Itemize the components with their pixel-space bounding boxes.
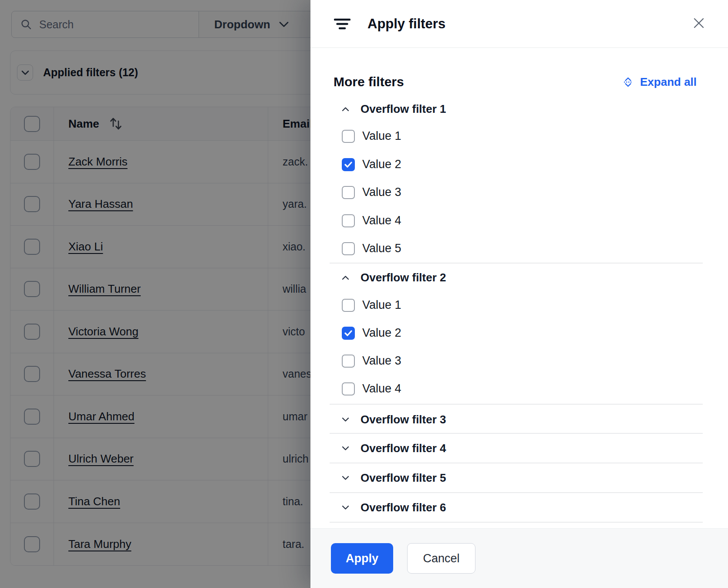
divider <box>330 522 703 523</box>
filter-value-row[interactable]: Value 3 <box>342 183 728 201</box>
panel-header: Apply filters <box>310 0 728 48</box>
checkbox-label: Value 1 <box>362 298 401 312</box>
checkbox[interactable] <box>342 158 355 171</box>
filter-group-header[interactable]: Overflow filter 3 <box>342 410 728 429</box>
chevron-down-icon <box>342 476 349 480</box>
checkbox-label: Value 5 <box>362 242 401 255</box>
checkbox-label: Value 4 <box>362 214 401 227</box>
close-button[interactable] <box>692 16 706 30</box>
expand-all-button[interactable]: Expand all <box>623 75 697 89</box>
chevron-down-icon <box>342 417 349 422</box>
filter-group-label: Overflow filter 2 <box>361 271 446 284</box>
apply-filters-panel: Apply filters More filters Expand all Ov… <box>310 0 728 588</box>
filter-group-label: Overflow filter 5 <box>361 471 446 485</box>
divider <box>330 492 703 493</box>
divider <box>330 463 703 463</box>
filter-group-label: Overflow filter 3 <box>361 413 446 426</box>
chevron-up-icon <box>342 275 349 280</box>
chevron-down-icon <box>342 505 349 510</box>
checkbox-label: Value 3 <box>362 186 401 199</box>
checkbox[interactable] <box>342 382 355 395</box>
apply-button[interactable]: Apply <box>331 543 393 574</box>
filter-group-header[interactable]: Overflow filter 6 <box>342 498 728 517</box>
filter-group-header[interactable]: Overflow filter 4 <box>342 439 728 458</box>
cancel-button[interactable]: Cancel <box>407 543 475 574</box>
expand-all-label: Expand all <box>640 75 697 89</box>
filter-group-header[interactable]: Overflow filter 1 <box>342 99 728 118</box>
filter-value-row[interactable]: Value 5 <box>342 240 728 257</box>
filter-value-row[interactable]: Value 2 <box>342 155 728 173</box>
checkbox[interactable] <box>342 299 355 312</box>
expand-all-icon <box>623 77 633 87</box>
filter-group-header[interactable]: Overflow filter 2 <box>342 268 728 287</box>
divider <box>330 263 703 264</box>
filter-group-label: Overflow filter 1 <box>361 102 446 116</box>
checkbox[interactable] <box>342 186 355 199</box>
checkbox-label: Value 3 <box>362 354 401 368</box>
close-icon <box>693 17 704 29</box>
checkbox[interactable] <box>342 214 355 227</box>
filter-value-row[interactable]: Value 4 <box>342 380 728 398</box>
filter-group-label: Overflow filter 4 <box>361 442 446 455</box>
checkbox-label: Value 4 <box>362 382 401 395</box>
filter-value-row[interactable]: Value 3 <box>342 352 728 370</box>
checkbox[interactable] <box>342 327 355 340</box>
filter-value-row[interactable]: Value 4 <box>342 212 728 230</box>
divider <box>330 404 703 405</box>
chevron-up-icon <box>342 107 349 112</box>
filter-value-row[interactable]: Value 2 <box>342 324 728 342</box>
chevron-down-icon <box>342 446 349 451</box>
filter-group-label: Overflow filter 6 <box>361 501 446 514</box>
panel-footer: Apply Cancel <box>310 528 728 588</box>
checkbox-label: Value 2 <box>362 326 401 340</box>
divider <box>330 433 703 434</box>
filter-icon <box>334 18 351 30</box>
checkbox[interactable] <box>342 130 355 143</box>
checkbox[interactable] <box>342 242 355 255</box>
checkbox-label: Value 2 <box>362 158 401 171</box>
filter-group-header[interactable]: Overflow filter 5 <box>342 468 728 487</box>
filter-value-row[interactable]: Value 1 <box>342 296 728 314</box>
checkbox-label: Value 1 <box>362 129 401 143</box>
panel-title: Apply filters <box>367 16 445 32</box>
filter-value-row[interactable]: Value 1 <box>342 127 728 145</box>
checkbox[interactable] <box>342 355 355 368</box>
